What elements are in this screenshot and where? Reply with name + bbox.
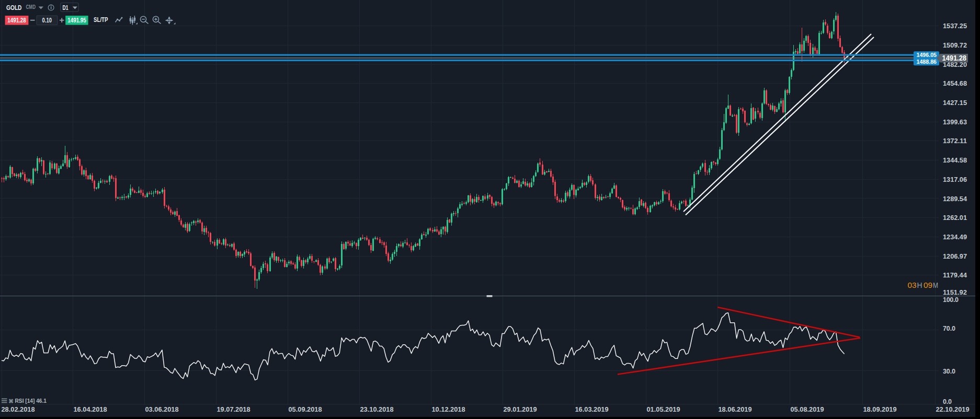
svg-text:1491.28: 1491.28	[942, 54, 967, 62]
svg-text:1262.01: 1262.01	[943, 214, 967, 222]
svg-text:28.02.2018: 28.02.2018	[2, 406, 35, 413]
svg-text:19.07.2018: 19.07.2018	[217, 406, 250, 413]
svg-text:D1: D1	[63, 4, 69, 11]
svg-text:1234.49: 1234.49	[943, 234, 967, 241]
svg-text:18.06.2019: 18.06.2019	[719, 406, 752, 413]
svg-text:70.0: 70.0	[943, 325, 955, 332]
svg-text:23.10.2018: 23.10.2018	[360, 406, 394, 413]
svg-text:18.09.2019: 18.09.2019	[863, 406, 897, 413]
svg-text:1399.63: 1399.63	[943, 119, 967, 126]
svg-text:1427.15: 1427.15	[943, 99, 967, 107]
svg-text:GOLD: GOLD	[6, 4, 22, 11]
svg-text:RSI [14] 46.1: RSI [14] 46.1	[15, 398, 47, 404]
svg-text:1317.06: 1317.06	[943, 176, 967, 183]
svg-text:M: M	[933, 281, 938, 289]
svg-text:1179.44: 1179.44	[943, 272, 967, 279]
svg-text:1509.72: 1509.72	[943, 42, 967, 49]
svg-text:100.0: 100.0	[943, 296, 959, 304]
svg-text:1537.25: 1537.25	[943, 22, 967, 30]
svg-text:03: 03	[908, 281, 917, 289]
svg-text:1496.05: 1496.05	[917, 52, 937, 58]
svg-text:1491.28: 1491.28	[7, 16, 26, 24]
svg-text:1289.54: 1289.54	[943, 195, 967, 203]
svg-text:CMD: CMD	[26, 4, 36, 10]
svg-text:10.12.2018: 10.12.2018	[432, 406, 465, 413]
svg-text:0.10: 0.10	[42, 16, 52, 24]
svg-text:H: H	[917, 281, 922, 289]
svg-text:16.04.2018: 16.04.2018	[74, 406, 107, 413]
svg-text:30.0: 30.0	[943, 368, 955, 375]
svg-text:1454.68: 1454.68	[943, 80, 967, 87]
svg-text:22.10.2019: 22.10.2019	[936, 406, 970, 413]
svg-text:SL/TP: SL/TP	[94, 16, 108, 24]
svg-text:1372.11: 1372.11	[943, 137, 967, 145]
svg-text:01.05.2019: 01.05.2019	[647, 406, 680, 413]
svg-text:1491.95: 1491.95	[67, 16, 86, 24]
svg-text:29.01.2019: 29.01.2019	[504, 406, 537, 413]
svg-text:05.09.2018: 05.09.2018	[289, 406, 322, 413]
svg-text:1344.58: 1344.58	[943, 157, 967, 164]
svg-text:05.08.2019: 05.08.2019	[791, 406, 824, 413]
svg-text:0.0: 0.0	[943, 398, 952, 405]
svg-text:16.03.2019: 16.03.2019	[575, 406, 609, 413]
svg-text:1488.86: 1488.86	[917, 59, 937, 65]
svg-text:✖: ✖	[8, 398, 14, 405]
svg-text:1151.92: 1151.92	[943, 289, 967, 296]
svg-text:1206.97: 1206.97	[943, 253, 967, 260]
svg-text:03.06.2018: 03.06.2018	[145, 406, 179, 413]
svg-text:09: 09	[924, 281, 932, 289]
